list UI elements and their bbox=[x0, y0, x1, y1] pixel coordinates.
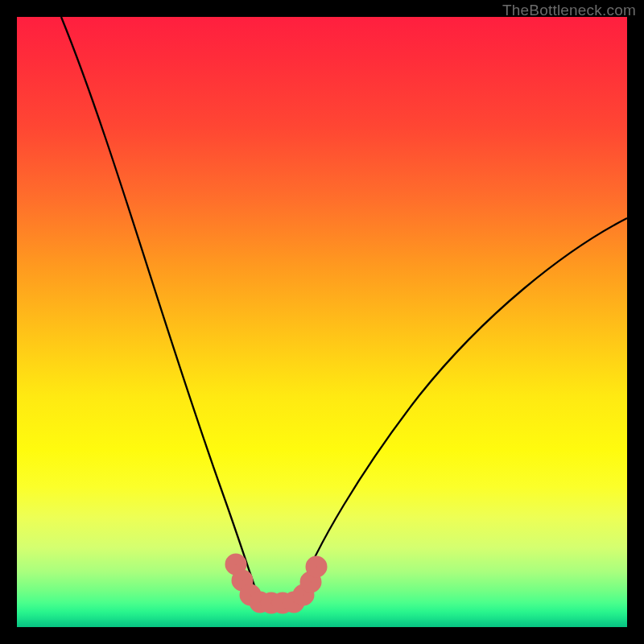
chart-stage: TheBottleneck.com bbox=[0, 0, 644, 644]
highlight-band bbox=[230, 559, 322, 609]
chart-overlay bbox=[17, 17, 627, 627]
svg-point-9 bbox=[311, 561, 322, 572]
watermark-text: TheBottleneck.com bbox=[502, 2, 636, 19]
svg-point-0 bbox=[230, 559, 242, 570]
bottleneck-curve bbox=[61, 17, 627, 599]
svg-point-8 bbox=[305, 576, 316, 588]
svg-point-1 bbox=[237, 575, 248, 586]
